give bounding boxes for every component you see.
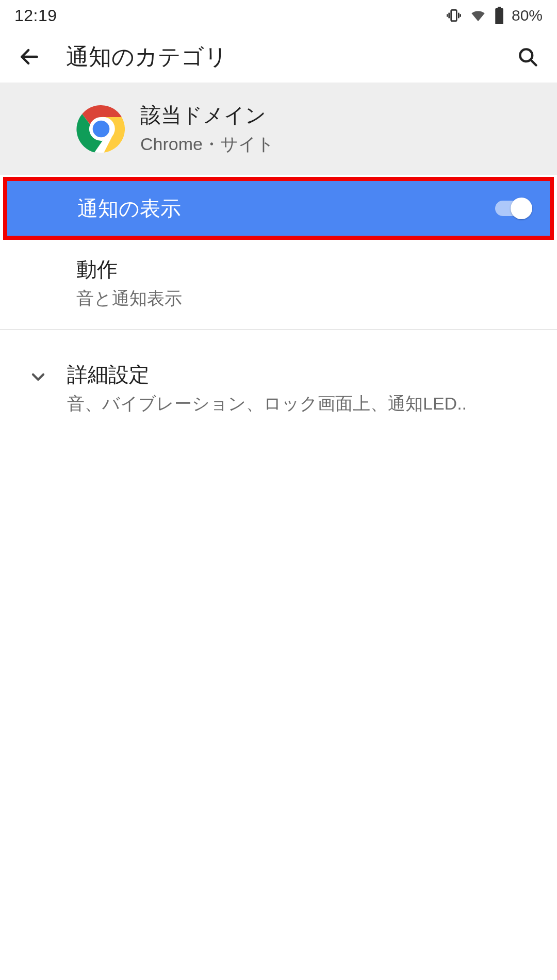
highlight-annotation: 通知の表示: [3, 177, 554, 240]
app-info-section: 該当ドメイン Chrome・サイト: [0, 83, 557, 175]
battery-pct: 80%: [512, 7, 543, 24]
svg-point-13: [93, 120, 110, 137]
app-info-text: 該当ドメイン Chrome・サイト: [140, 101, 274, 156]
app-domain-title: 該当ドメイン: [140, 101, 274, 129]
advanced-title: 詳細設定: [67, 361, 539, 389]
back-button[interactable]: [14, 42, 44, 72]
behavior-title: 動作: [76, 255, 539, 284]
page-title: 通知のカテゴリ: [66, 42, 513, 72]
app-domain-sub: Chrome・サイト: [140, 133, 274, 156]
divider: [0, 329, 557, 330]
svg-rect-5: [498, 7, 501, 8]
advanced-sub: 音、バイブレーション、ロック画面上、通知LED..: [67, 392, 539, 416]
vibrate-icon: [446, 7, 462, 24]
show-notifications-switch[interactable]: [495, 198, 532, 219]
advanced-row[interactable]: 詳細設定 音、バイブレーション、ロック画面上、通知LED..: [0, 333, 557, 431]
status-right: 80%: [446, 7, 543, 24]
svg-rect-7: [496, 11, 502, 23]
behavior-sub: 音と通知表示: [76, 287, 539, 311]
svg-line-10: [531, 60, 536, 66]
app-bar: 通知のカテゴリ: [0, 31, 557, 83]
status-time: 12:19: [14, 6, 57, 25]
wifi-icon: [469, 7, 487, 24]
svg-rect-0: [451, 10, 457, 21]
show-notifications-label: 通知の表示: [77, 194, 181, 223]
battery-icon: [494, 7, 504, 24]
chevron-down-icon: [9, 361, 67, 387]
search-button[interactable]: [513, 42, 543, 72]
show-notifications-toggle-row[interactable]: 通知の表示: [7, 181, 550, 236]
behavior-row[interactable]: 動作 音と通知表示: [0, 240, 557, 326]
chrome-icon: [76, 104, 126, 154]
status-bar: 12:19 80%: [0, 0, 557, 31]
